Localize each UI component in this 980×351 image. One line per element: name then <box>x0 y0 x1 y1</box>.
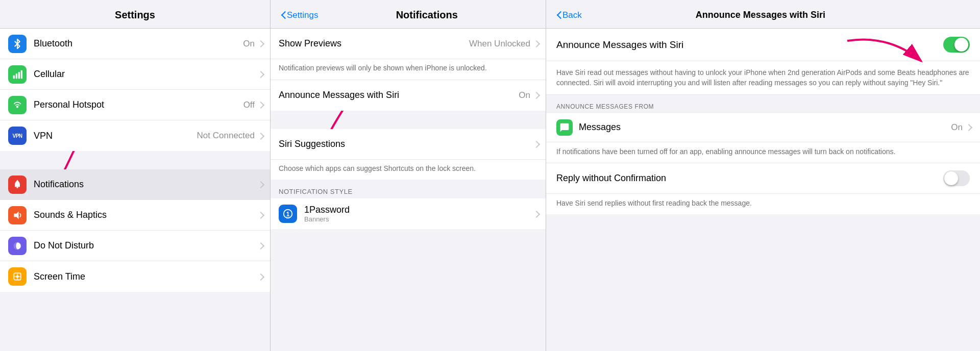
svg-rect-1 <box>13 75 15 79</box>
messages-label: Messages <box>579 122 951 133</box>
notifications-icon-wrap <box>8 176 27 194</box>
messages-icon-wrap <box>556 119 573 136</box>
bluetooth-icon <box>12 39 22 49</box>
onepassword-icon-wrap: 1 <box>279 205 297 223</box>
messages-value: On <box>951 122 963 133</box>
notifications-panel: Settings Notifications Show Previews Whe… <box>271 0 546 351</box>
settings-panel: Settings Bluetooth On <box>0 0 271 351</box>
svg-point-10 <box>16 275 19 278</box>
svg-rect-3 <box>18 72 20 79</box>
bluetooth-chevron <box>258 40 262 47</box>
notifications-back-label: Settings <box>287 10 318 20</box>
announce-section: Announce Messages with Siri On <box>271 80 546 111</box>
messages-chevron <box>966 124 970 131</box>
reply-toggle-knob <box>944 171 958 185</box>
notifications-content: Show Previews When Unlocked Notification… <box>271 29 546 229</box>
messages-item[interactable]: Messages On <box>546 113 980 142</box>
svg-rect-4 <box>21 70 22 79</box>
siri-suggestions-item[interactable]: Siri Suggestions <box>271 129 546 160</box>
sounds-label: Sounds & Haptics <box>34 210 258 220</box>
hotspot-value: Off <box>243 100 255 110</box>
dnd-chevron <box>258 242 262 249</box>
reply-row: Reply without Confirmation <box>546 163 980 194</box>
cellular-chevron <box>258 71 262 78</box>
section-gap-mid <box>271 111 546 129</box>
screentime-label: Screen Time <box>34 271 258 282</box>
announce-title: Announce Messages with Siri <box>582 10 939 20</box>
cellular-item[interactable]: Cellular <box>0 59 270 90</box>
sounds-item[interactable]: Sounds & Haptics <box>0 200 270 231</box>
section-gap-1 <box>0 151 270 169</box>
siri-suggestions-chevron <box>533 141 537 147</box>
screentime-chevron <box>258 273 262 280</box>
vpn-icon-wrap: VPN <box>8 127 27 145</box>
siri-section: Siri Suggestions Choose which apps can s… <box>271 129 546 180</box>
notification-style-label: NOTIFICATION STYLE <box>271 180 546 198</box>
announce-back-label: Back <box>562 10 582 20</box>
reply-toggle[interactable] <box>943 170 970 186</box>
show-previews-chevron <box>533 40 537 47</box>
cellular-icon <box>12 69 22 80</box>
announce-toggle-label: Announce Messages with Siri <box>556 39 943 51</box>
svg-point-7 <box>17 180 18 181</box>
notifications-icon <box>12 180 22 190</box>
settings-header: Settings <box>0 0 270 29</box>
announce-description: Have Siri read out messages without havi… <box>546 61 980 95</box>
settings-title: Settings <box>10 9 260 21</box>
dnd-icon-wrap <box>8 237 27 255</box>
show-previews-item[interactable]: Show Previews When Unlocked <box>271 29 546 59</box>
settings-list: Bluetooth On Cellular <box>0 29 270 292</box>
hotspot-label: Personal Hotspot <box>34 99 243 110</box>
vpn-label: VPN <box>34 131 197 141</box>
screentime-icon-wrap <box>8 267 27 286</box>
notifications-header: Settings Notifications <box>271 0 546 29</box>
svg-text:1: 1 <box>286 211 290 218</box>
dnd-label: Do Not Disturb <box>34 240 258 251</box>
onepassword-icon-svg: 1 <box>282 208 293 219</box>
bluetooth-label: Bluetooth <box>34 38 243 49</box>
announce-from-section-label: ANNOUNCE MESSAGES FROM <box>546 95 980 113</box>
reply-description: Have Siri send replies without first rea… <box>546 194 980 214</box>
siri-suggestions-label: Siri Suggestions <box>279 139 533 149</box>
toggle-knob <box>954 38 968 52</box>
bluetooth-value: On <box>243 39 255 49</box>
announce-back-chevron <box>556 11 561 19</box>
vpn-icon-text: VPN <box>12 133 22 139</box>
notifications-back-button[interactable]: Settings <box>281 10 318 20</box>
announce-back-button[interactable]: Back <box>556 10 582 20</box>
vpn-item[interactable]: VPN VPN Not Connected <box>0 120 270 151</box>
show-previews-value: When Unlocked <box>469 39 530 49</box>
dnd-item[interactable]: Do Not Disturb <box>0 231 270 261</box>
siri-desc: Choose which apps can suggest Shortcuts … <box>271 160 546 180</box>
settings-section-bottom: Notifications Sounds & Haptics <box>0 169 270 292</box>
svg-marker-8 <box>14 211 18 219</box>
svg-point-5 <box>16 106 18 108</box>
show-previews-label: Show Previews <box>279 38 469 49</box>
announce-toggle[interactable] <box>943 37 970 53</box>
sounds-icon-wrap <box>8 206 27 224</box>
onepassword-item[interactable]: 1 1Password Banners <box>271 198 546 229</box>
announce-messages-item[interactable]: Announce Messages with Siri On <box>271 80 546 111</box>
announce-messages-label: Announce Messages with Siri <box>279 90 519 101</box>
screentime-item[interactable]: Screen Time <box>0 261 270 292</box>
hotspot-icon <box>12 100 22 110</box>
hotspot-item[interactable]: Personal Hotspot Off <box>0 90 270 120</box>
announce-toggle-row: Announce Messages with Siri <box>546 29 980 61</box>
bluetooth-item[interactable]: Bluetooth On <box>0 29 270 59</box>
svg-rect-2 <box>16 73 17 79</box>
vpn-chevron <box>258 133 262 139</box>
cellular-label: Cellular <box>34 69 255 80</box>
svg-rect-6 <box>16 187 18 188</box>
messages-icon-svg <box>559 122 570 133</box>
reply-label: Reply without Confirmation <box>556 173 943 184</box>
dnd-icon <box>12 241 22 251</box>
hotspot-icon-wrap <box>8 96 27 114</box>
announce-messages-chevron <box>533 92 537 98</box>
notifications-chevron <box>258 181 262 188</box>
cellular-icon-wrap <box>8 65 27 84</box>
previews-section: Show Previews When Unlocked Notification… <box>271 29 546 80</box>
notifications-item[interactable]: Notifications <box>0 169 270 200</box>
sounds-chevron <box>258 212 262 218</box>
onepassword-label: 1Password <box>304 205 533 215</box>
announce-messages-value: On <box>519 90 530 101</box>
